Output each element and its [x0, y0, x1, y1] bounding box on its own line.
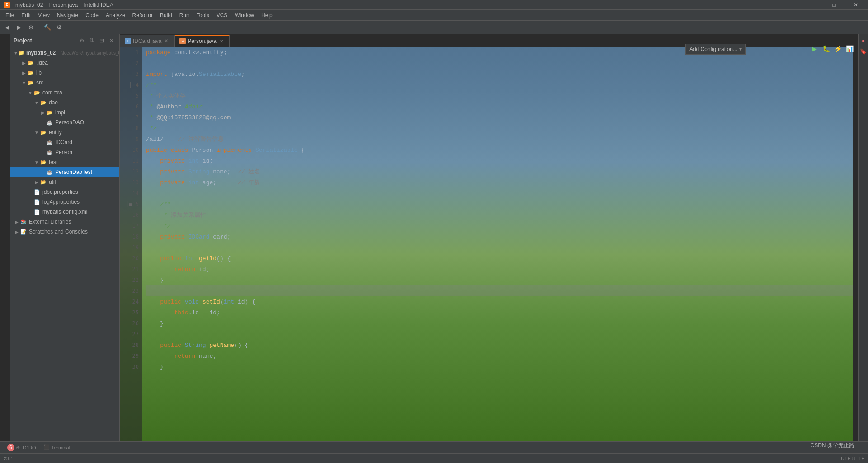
profile-button[interactable]: 📊: [844, 44, 854, 54]
folder-icon-impl: 📂: [46, 109, 53, 116]
tree-label-scratches: Scratches and Consoles: [29, 229, 88, 235]
tree-arrow-comtxw: ▼: [27, 90, 33, 95]
title-bar: I mybatis_02 – Person.java – IntelliJ ID…: [0, 0, 868, 10]
tree-item-jdbc[interactable]: ▶ 📄 jdbc.properties: [10, 187, 119, 197]
toolbar-build-button[interactable]: 🔨: [42, 22, 53, 33]
code-line-10: public class Person implements Serializa…: [146, 145, 859, 155]
tab-label-idcard: IDCard.java: [133, 38, 161, 44]
menu-help[interactable]: Help: [258, 10, 276, 20]
minimize-button[interactable]: ─: [802, 0, 823, 10]
tree-item-comtxw[interactable]: ▼ 📂 com.txw: [10, 88, 119, 98]
sidebar-gear-button[interactable]: ⚙: [78, 37, 86, 45]
todo-number: 6: [7, 444, 14, 451]
title-bar-controls: ─ □ ✕: [802, 0, 868, 10]
tree-label-lib: lib: [36, 70, 42, 76]
sidebar-sort-button[interactable]: ⇅: [88, 37, 96, 45]
tree-path: F:\IdeaWork\mybatis\mybatis_02: [57, 51, 120, 56]
menu-file[interactable]: File: [2, 10, 18, 20]
menu-window[interactable]: Window: [231, 10, 258, 20]
java-icon-persondaotest: ☕: [46, 168, 53, 176]
code-content: package com.txw.entity; import java.io.S…: [142, 47, 863, 453]
tree-item-lib[interactable]: ▶ 📂 lib: [10, 68, 119, 78]
tree-item-persondaotest[interactable]: ▶ ☕ PersonDaoTest: [10, 167, 119, 177]
tree-arrow-entity: ▼: [33, 130, 40, 135]
terminal-label: Terminal: [52, 445, 71, 450]
menu-navigate[interactable]: Navigate: [53, 10, 82, 20]
toolbar-back-button[interactable]: ◀: [2, 22, 13, 33]
tab-icon-idcard: I: [125, 38, 131, 44]
tab-close-idcard[interactable]: ✕: [163, 38, 170, 44]
code-line-28: public String getName() {: [146, 340, 859, 351]
menu-run[interactable]: Run: [176, 10, 193, 20]
menu-refactor[interactable]: Refactor: [129, 10, 156, 20]
menu-vcs[interactable]: VCS: [213, 10, 231, 20]
tree-item-dao[interactable]: ▼ 📂 dao: [10, 98, 119, 108]
right-icon-notifications[interactable]: ●: [859, 36, 868, 45]
tree-label-util: util: [49, 179, 56, 185]
status-line-col: 23:1: [4, 456, 13, 461]
line-num-7: 7: [120, 112, 139, 123]
line-num-12: 12: [120, 166, 139, 177]
tree-label-jdbc: jdbc.properties: [42, 189, 78, 195]
tree-item-entity[interactable]: ▼ 📂 entity: [10, 127, 119, 137]
editor-area[interactable]: 1 2 3 |≡ 4 5 6 7 8 9 10 11 12 13 14 |≡ 1…: [120, 47, 863, 453]
tab-person[interactable]: P Person.java ✕: [175, 35, 229, 47]
app-icon: I: [4, 2, 10, 8]
tree-item-src[interactable]: ▼ 📂 src: [10, 78, 119, 88]
line-num-22: 22: [120, 275, 139, 285]
tab-terminal[interactable]: ⬛ Terminal: [40, 442, 74, 453]
close-button[interactable]: ✕: [845, 0, 866, 10]
tree-item-mybatis02[interactable]: ▼ 📁 mybatis_02 F:\IdeaWork\mybatis\mybat…: [10, 48, 119, 58]
folder-icon-test: 📂: [40, 159, 47, 166]
menu-tools[interactable]: Tools: [193, 10, 213, 20]
tree-item-test[interactable]: ▼ 📂 test: [10, 157, 119, 167]
right-scrollbar[interactable]: [853, 47, 858, 453]
tree-item-extlibs[interactable]: ▶ 📚 External Libraries: [10, 217, 119, 227]
fold-indicator-15: |≡: [126, 201, 132, 207]
tree-item-mybatisxml[interactable]: ▶ 📄 mybatis-config.xml: [10, 207, 119, 217]
right-activity-bar: ● 🔖: [858, 34, 868, 441]
sidebar-hide-button[interactable]: ✕: [108, 37, 116, 45]
toolbar-recent-button[interactable]: ⊕: [25, 22, 36, 33]
right-icon-bookmark[interactable]: 🔖: [859, 47, 868, 56]
sidebar-collapse-button[interactable]: ⊟: [98, 37, 106, 45]
tree-item-idea[interactable]: ▶ 📂 .idea: [10, 58, 119, 68]
tree-item-scratches[interactable]: ▶ 📝 Scratches and Consoles: [10, 227, 119, 237]
line-num-25: 25: [120, 307, 139, 318]
menu-edit[interactable]: Edit: [18, 10, 34, 20]
tree-label-persondao: PersonDAO: [55, 119, 84, 126]
toolbar-settings-button[interactable]: ⚙: [54, 22, 65, 33]
todo-label: 6: TODO: [16, 445, 36, 450]
tree-item-person[interactable]: ▶ ☕ Person: [10, 147, 119, 157]
title-bar-title: mybatis_02 – Person.java – IntelliJ IDEA: [15, 2, 113, 8]
status-encoding: UTF-8: [841, 456, 855, 461]
tree-label-person: Person: [55, 149, 72, 155]
menu-analyze[interactable]: Analyze: [102, 10, 129, 20]
toolbar-sep-1: [39, 23, 39, 32]
debug-button[interactable]: 🐛: [821, 44, 831, 54]
tree-item-util[interactable]: ▶ 📂 util: [10, 177, 119, 187]
line-num-20: 20: [120, 253, 139, 264]
run-button[interactable]: ▶: [809, 44, 819, 54]
menu-code[interactable]: Code: [82, 10, 102, 20]
tab-close-person[interactable]: ✕: [218, 38, 225, 44]
maximize-button[interactable]: □: [824, 0, 844, 10]
tree-item-persondao[interactable]: ▶ ☕ PersonDAO: [10, 117, 119, 127]
line-num-5: 5: [120, 90, 139, 101]
tree-item-log4j[interactable]: ▶ 📄 log4j.properties: [10, 197, 119, 207]
tree-label-test: test: [49, 159, 57, 165]
tree-item-idcard[interactable]: ▶ ☕ IDCard: [10, 137, 119, 147]
menu-view[interactable]: View: [34, 10, 53, 20]
code-line-16: * 添加关系属性: [146, 210, 859, 220]
coverage-button[interactable]: ⚡: [833, 44, 843, 54]
add-configuration-button[interactable]: Add Configuration... ▾: [685, 44, 746, 55]
line-gutter: 1 2 3 |≡ 4 5 6 7 8 9 10 11 12 13 14 |≡ 1…: [120, 47, 142, 453]
toolbar-forward-button[interactable]: ▶: [14, 22, 24, 33]
tab-todo[interactable]: 6 6: TODO: [4, 442, 40, 453]
code-line-14: [146, 188, 859, 199]
menu-build[interactable]: Build: [156, 10, 176, 20]
tab-idcard[interactable]: I IDCard.java ✕: [120, 35, 175, 47]
toolbar-nav-section: ◀ ▶ ⊕: [2, 22, 36, 33]
tree-item-impl[interactable]: ▶ 📂 impl: [10, 108, 119, 117]
code-line-19: [146, 242, 859, 253]
